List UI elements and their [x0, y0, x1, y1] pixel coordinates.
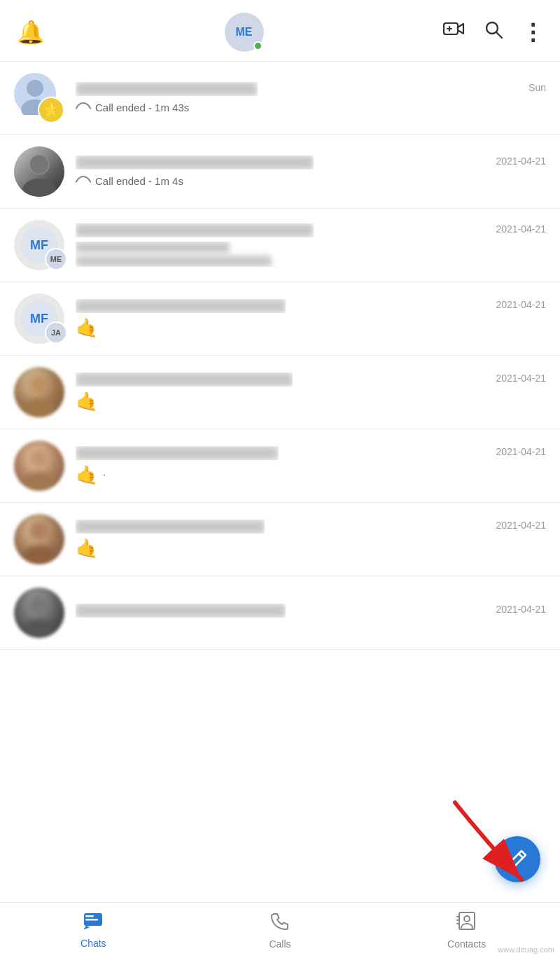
- more-options-icon[interactable]: ⋮: [522, 19, 543, 46]
- svg-point-5: [27, 80, 43, 97]
- svg-point-14: [30, 522, 48, 540]
- blurred-name: [76, 373, 293, 387]
- chat-time: 2021-04-21: [496, 299, 546, 310]
- chat-content: 2021-04-21: [76, 223, 546, 267]
- chat-name: [76, 299, 286, 313]
- call-ended-text: Call ended - 1m 43s: [95, 102, 189, 113]
- chat-name: [76, 82, 258, 96]
- watermark: www.deuag.com: [498, 945, 554, 954]
- chat-item[interactable]: 2021-04-21 Call ended - 1m 4s: [0, 135, 560, 209]
- svg-rect-21: [85, 915, 94, 917]
- chats-nav-icon: [83, 912, 104, 935]
- chat-top-row: Sun: [76, 82, 546, 96]
- chat-item[interactable]: MF ME 2021-04-21: [0, 209, 560, 282]
- nav-item-contacts[interactable]: Contacts: [373, 911, 560, 950]
- contacts-nav-icon: [456, 911, 477, 936]
- avatar-wrap: [14, 367, 64, 417]
- me-avatar[interactable]: ME: [225, 13, 264, 52]
- blurred-name: [76, 446, 279, 460]
- svg-line-4: [496, 32, 502, 38]
- chat-content: Sun Call ended - 1m 43s: [76, 82, 546, 115]
- topbar: 🔔 ME ⋮: [0, 0, 560, 62]
- blurred-name: [76, 299, 286, 313]
- calls-nav-label: Calls: [269, 938, 290, 950]
- stacked-avatar: ⭐: [14, 73, 64, 123]
- chat-top-row: 2021-04-21: [76, 223, 546, 237]
- avatar-badge-ja: JA: [45, 321, 67, 344]
- blurred-name: [76, 82, 258, 96]
- emoji-message: 🤙: [76, 464, 98, 486]
- avatar-photo-blur3: [14, 440, 64, 491]
- emoji-message: 🤙: [76, 317, 98, 339]
- chat-top-row: 2021-04-21: [76, 299, 546, 313]
- topbar-right: ⋮: [443, 19, 543, 46]
- blurred-name: [76, 223, 314, 237]
- chat-content: 2021-04-21 🤙: [76, 520, 546, 560]
- avatar-photo-bw: [14, 146, 64, 197]
- chat-name: [76, 373, 293, 387]
- chat-time: 2021-04-21: [496, 155, 546, 167]
- avatar-wrap: MF ME: [14, 220, 64, 270]
- chat-item[interactable]: MF JA 2021-04-21 🤙: [0, 282, 560, 356]
- chat-content: 2021-04-21: [76, 604, 546, 622]
- video-call-icon[interactable]: [443, 21, 465, 43]
- chat-time: 2021-04-21: [496, 604, 546, 615]
- chat-name: [76, 155, 314, 169]
- call-ended-text: Call ended - 1m 4s: [95, 175, 183, 187]
- svg-point-15: [24, 546, 55, 564]
- svg-point-24: [464, 916, 470, 922]
- chat-name: [76, 446, 279, 460]
- chat-content: 2021-04-21 🤙: [76, 373, 546, 412]
- blurred-name: [76, 604, 286, 618]
- chat-top-row: 2021-04-21: [76, 604, 546, 618]
- chat-time: 2021-04-21: [496, 446, 546, 457]
- chat-top-row: 2021-04-21: [76, 446, 546, 460]
- avatar-circle-sub: ⭐: [38, 97, 64, 123]
- svg-rect-22: [85, 919, 98, 921]
- chat-top-row: 2021-04-21: [76, 520, 546, 534]
- nav-item-calls[interactable]: Calls: [187, 911, 374, 950]
- avatar-wrap: [14, 146, 64, 197]
- avatar-badge-me: ME: [45, 248, 67, 270]
- nav-item-chats[interactable]: Chats: [0, 912, 187, 949]
- compose-fab-button[interactable]: [494, 836, 540, 882]
- chat-time: 2021-04-21: [496, 223, 546, 235]
- chat-top-row: 2021-04-21: [76, 373, 546, 387]
- search-icon[interactable]: [484, 20, 503, 44]
- chat-time: 2021-04-21: [496, 520, 546, 531]
- avatar-photo-blur2: [14, 367, 64, 417]
- chat-name: [76, 223, 314, 237]
- chat-item[interactable]: 2021-04-21: [0, 576, 560, 650]
- chat-content: 2021-04-21 Call ended - 1m 4s: [76, 155, 546, 188]
- chat-message: [76, 242, 546, 267]
- call-ended-icon: [76, 174, 91, 188]
- svg-point-12: [30, 450, 48, 468]
- svg-point-13: [24, 472, 55, 491]
- chat-name: [76, 604, 286, 618]
- svg-point-17: [24, 619, 55, 638]
- chat-time: 2021-04-21: [496, 373, 546, 384]
- me-avatar-label: ME: [236, 26, 253, 39]
- svg-line-18: [519, 854, 523, 858]
- avatar-wrap: [14, 514, 64, 564]
- avatar-wrap: MF JA: [14, 293, 64, 344]
- chats-nav-label: Chats: [80, 938, 106, 949]
- star-icon: ⭐: [39, 98, 63, 122]
- call-ended-icon: [76, 100, 91, 115]
- contacts-nav-label: Contacts: [447, 938, 486, 950]
- chat-list: ⭐ Sun Call ended - 1m 43s: [0, 62, 560, 902]
- chat-item[interactable]: 2021-04-21 🤙 ·: [0, 429, 560, 503]
- avatar-wrap: ⭐: [14, 73, 64, 123]
- bell-icon[interactable]: 🔔: [17, 19, 45, 46]
- chat-item[interactable]: 2021-04-21 🤙: [0, 356, 560, 429]
- dot-indicator: ·: [102, 466, 106, 484]
- avatar-photo-blur5: [14, 588, 64, 638]
- chat-item[interactable]: ⭐ Sun Call ended - 1m 43s: [0, 62, 560, 135]
- blurred-msg-line2: [76, 256, 272, 267]
- chat-top-row: 2021-04-21: [76, 155, 546, 169]
- chat-name: [76, 520, 265, 534]
- calls-nav-icon: [270, 911, 290, 936]
- chat-message: 🤙 ·: [76, 464, 546, 486]
- chat-message: 🤙: [76, 538, 546, 560]
- chat-item[interactable]: 2021-04-21 🤙: [0, 503, 560, 576]
